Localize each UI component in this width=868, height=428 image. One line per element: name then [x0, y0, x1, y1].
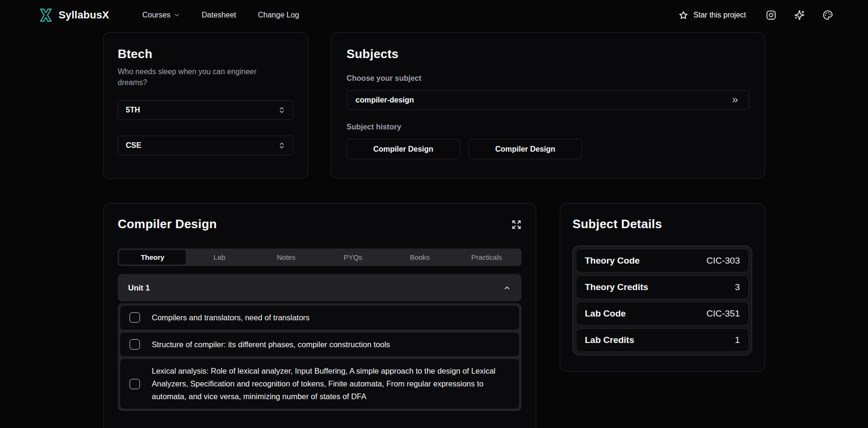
- detail-value: CIC-303: [706, 256, 740, 266]
- chevrons-right-icon: [731, 96, 739, 104]
- bottom-row: Compiler Design Theory Lab Notes: [103, 203, 765, 428]
- topic-label: Lexical analysis: Role of lexical analyz…: [152, 365, 510, 402]
- syllabus-card-header: Compiler Design: [118, 217, 521, 231]
- semester-select-value: 5TH: [126, 106, 140, 114]
- detail-label: Theory Credits: [585, 282, 648, 292]
- expand-button[interactable]: [512, 220, 521, 230]
- app-viewport: SyllabusX Courses Datesheet Change Log S…: [0, 0, 868, 428]
- star-icon: [678, 10, 688, 20]
- tab-lab[interactable]: Lab: [186, 250, 252, 265]
- tab-practicals[interactable]: Practicals: [453, 250, 520, 265]
- branch-select[interactable]: CSE: [118, 136, 294, 155]
- nav-icon-buttons: [766, 10, 833, 20]
- history-button[interactable]: Compiler Design: [469, 139, 582, 159]
- tab-theory[interactable]: Theory: [119, 250, 186, 265]
- detail-label: Lab Credits: [585, 335, 634, 345]
- nav-right: Star this project: [678, 10, 833, 20]
- nav-link-datesheet[interactable]: Datesheet: [202, 11, 236, 19]
- syllabusx-logo-icon: [38, 7, 54, 23]
- topic-row[interactable]: Compilers and translators, need of trans…: [120, 306, 519, 330]
- chevron-up-icon: [503, 284, 511, 292]
- detail-row-theory-code: Theory Code CIC-303: [576, 249, 749, 273]
- subject-details-title: Subject Details: [573, 217, 752, 231]
- unit-title: Unit 1: [128, 283, 150, 292]
- detail-value: CIC-351: [706, 308, 740, 319]
- detail-label: Theory Code: [585, 256, 640, 266]
- chevrons-up-down-icon: [278, 106, 286, 114]
- detail-value: 3: [735, 282, 740, 292]
- subjects-card-title: Subjects: [347, 47, 749, 61]
- branch-select-value: CSE: [126, 141, 141, 150]
- subject-go-button[interactable]: [729, 94, 741, 106]
- course-card-title: Btech: [118, 47, 294, 61]
- topic-checkbox[interactable]: [130, 312, 140, 323]
- nav-link-label: Courses: [142, 11, 171, 19]
- detail-row-theory-credits: Theory Credits 3: [576, 275, 749, 299]
- choose-subject-label: Choose your subject: [347, 74, 749, 83]
- semester-select[interactable]: 5TH: [118, 100, 294, 120]
- subject-details-card: Subject Details Theory Code CIC-303 Theo…: [560, 203, 765, 372]
- unit-topic-list: Compilers and translators, need of trans…: [118, 303, 521, 411]
- brand[interactable]: SyllabusX: [38, 7, 109, 23]
- subject-search-value: compiler-design: [356, 96, 414, 104]
- topic-label: Structure of compiler: its different pha…: [152, 338, 390, 351]
- navbar: SyllabusX Courses Datesheet Change Log S…: [0, 0, 868, 30]
- detail-label: Lab Code: [585, 308, 626, 319]
- expand-icon: [512, 220, 521, 230]
- syllabus-tabs: Theory Lab Notes PYQs Books Practicals: [118, 248, 521, 266]
- main-content: Btech Who needs sleep when you can engin…: [103, 32, 765, 428]
- subject-search-input[interactable]: compiler-design: [347, 90, 749, 110]
- top-row: Btech Who needs sleep when you can engin…: [103, 32, 765, 179]
- topic-row[interactable]: Structure of compiler: its different pha…: [120, 333, 519, 357]
- subject-history-label: Subject history: [347, 123, 749, 131]
- instagram-icon[interactable]: [766, 10, 776, 20]
- star-project-button[interactable]: Star this project: [678, 10, 746, 20]
- nav-link-changelog[interactable]: Change Log: [258, 11, 299, 19]
- chevron-down-icon: [174, 12, 180, 18]
- subject-history-row: Compiler Design Compiler Design: [347, 139, 749, 159]
- unit-accordion-trigger[interactable]: Unit 1: [118, 274, 521, 301]
- star-project-label: Star this project: [694, 11, 746, 19]
- nav-link-courses[interactable]: Courses: [142, 11, 180, 19]
- nav-links: Courses Datesheet Change Log: [142, 11, 299, 19]
- nav-link-label: Change Log: [258, 11, 299, 19]
- subject-details-list: Theory Code CIC-303 Theory Credits 3 Lab…: [573, 246, 752, 355]
- course-card-subtitle: Who needs sleep when you can engineer dr…: [118, 66, 264, 88]
- syllabus-card: Compiler Design Theory Lab Notes: [103, 203, 536, 428]
- tab-pyqs[interactable]: PYQs: [320, 250, 386, 265]
- course-card: Btech Who needs sleep when you can engin…: [103, 32, 308, 179]
- detail-row-lab-credits: Lab Credits 1: [576, 328, 749, 352]
- syllabus-card-title: Compiler Design: [118, 217, 217, 231]
- topic-label: Compilers and translators, need of trans…: [152, 311, 310, 324]
- detail-value: 1: [735, 335, 740, 345]
- sparkles-icon[interactable]: [794, 10, 805, 20]
- tab-notes[interactable]: Notes: [253, 250, 320, 265]
- topic-checkbox[interactable]: [130, 339, 140, 350]
- detail-row-lab-code: Lab Code CIC-351: [576, 302, 749, 325]
- topic-row[interactable]: Lexical analysis: Role of lexical analyz…: [120, 359, 519, 408]
- chevrons-up-down-icon: [278, 142, 286, 149]
- subjects-card: Subjects Choose your subject compiler-de…: [331, 32, 765, 179]
- tab-books[interactable]: Books: [386, 250, 453, 265]
- brand-name: SyllabusX: [59, 9, 109, 21]
- topic-checkbox[interactable]: [130, 379, 140, 389]
- nav-link-label: Datesheet: [202, 11, 236, 19]
- history-button[interactable]: Compiler Design: [347, 139, 460, 159]
- palette-icon[interactable]: [823, 10, 833, 20]
